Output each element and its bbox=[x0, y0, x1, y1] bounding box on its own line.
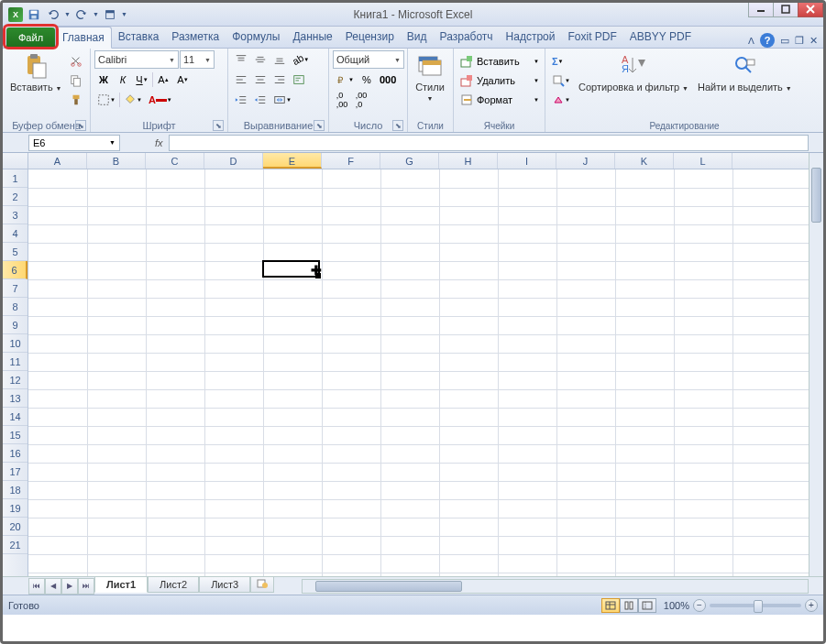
row-header[interactable]: 2 bbox=[3, 188, 28, 206]
column-header[interactable]: C bbox=[146, 153, 204, 169]
select-all-button[interactable] bbox=[3, 153, 28, 169]
ribbon-tab-главная[interactable]: Главная bbox=[55, 27, 112, 49]
grow-font-button[interactable]: A▴ bbox=[154, 71, 172, 89]
undo-dropdown[interactable]: ▼ bbox=[64, 11, 71, 17]
column-header[interactable]: I bbox=[498, 153, 556, 169]
horizontal-scrollbar[interactable] bbox=[302, 579, 809, 594]
ribbon-tab-разработч[interactable]: Разработч bbox=[434, 27, 500, 48]
row-header[interactable]: 20 bbox=[3, 518, 28, 536]
currency-button[interactable]: ₽▼ bbox=[333, 71, 357, 89]
number-format-combo[interactable]: Общий▼ bbox=[333, 50, 404, 69]
row-header[interactable]: 14 bbox=[3, 408, 28, 426]
decrease-indent-button[interactable] bbox=[232, 91, 250, 109]
save-button[interactable] bbox=[26, 6, 42, 23]
column-header[interactable]: G bbox=[380, 153, 439, 169]
column-header[interactable]: A bbox=[28, 153, 87, 169]
percent-button[interactable]: % bbox=[358, 71, 376, 89]
paste-button[interactable]: Вставить ▼ bbox=[6, 50, 65, 94]
font-name-combo[interactable]: Calibri▼ bbox=[94, 50, 179, 69]
formula-bar[interactable] bbox=[169, 135, 809, 151]
underline-button[interactable]: Ч▼ bbox=[133, 71, 151, 89]
minimize-button[interactable] bbox=[748, 1, 774, 17]
close-button[interactable] bbox=[798, 1, 823, 17]
help-button[interactable]: ? bbox=[760, 33, 775, 48]
ribbon-tab-формулы[interactable]: Формулы bbox=[226, 27, 286, 48]
name-box[interactable]: E6▼ bbox=[28, 135, 120, 151]
row-header[interactable]: 19 bbox=[3, 499, 28, 518]
borders-button[interactable]: ▼ bbox=[94, 91, 118, 109]
align-right-button[interactable] bbox=[270, 71, 289, 89]
maximize-button[interactable] bbox=[773, 1, 798, 17]
ribbon-tab-рецензир[interactable]: Рецензир bbox=[339, 27, 401, 48]
zoom-out-button[interactable]: − bbox=[693, 599, 706, 612]
align-center-button[interactable] bbox=[251, 71, 270, 89]
font-color-button[interactable]: A▼ bbox=[146, 91, 175, 109]
fill-button[interactable]: ▼ bbox=[549, 71, 573, 90]
workbook-close-icon[interactable]: ✕ bbox=[809, 35, 818, 47]
align-bottom-button[interactable] bbox=[270, 50, 289, 69]
align-middle-button[interactable] bbox=[251, 50, 270, 69]
redo-dropdown[interactable]: ▼ bbox=[93, 11, 99, 17]
ribbon-tab-вставка[interactable]: Вставка bbox=[112, 27, 166, 48]
column-header[interactable]: E bbox=[263, 153, 322, 169]
row-header[interactable]: 15 bbox=[3, 426, 28, 444]
decrease-decimal-button[interactable]: ,00,0 bbox=[352, 91, 370, 109]
clipboard-dialog-launcher[interactable]: ⬊ bbox=[75, 120, 86, 131]
align-left-button[interactable] bbox=[232, 71, 250, 89]
qat-more-dropdown[interactable]: ▼ bbox=[121, 11, 127, 17]
font-dialog-launcher[interactable]: ⬊ bbox=[213, 120, 224, 131]
undo-button[interactable] bbox=[45, 6, 61, 23]
column-header[interactable]: D bbox=[204, 153, 263, 169]
vertical-scroll-thumb[interactable] bbox=[811, 168, 821, 223]
copy-button[interactable] bbox=[67, 71, 85, 90]
format-painter-button[interactable] bbox=[67, 91, 85, 109]
row-header[interactable]: 6 bbox=[3, 261, 28, 279]
row-header[interactable]: 10 bbox=[3, 334, 28, 353]
increase-decimal-button[interactable]: ,0,00 bbox=[333, 91, 351, 109]
row-header[interactable]: 17 bbox=[3, 463, 28, 481]
sheet-last-button[interactable]: ⏭ bbox=[78, 578, 94, 595]
alignment-dialog-launcher[interactable]: ⬊ bbox=[314, 120, 325, 131]
italic-button[interactable]: К bbox=[114, 71, 132, 89]
ribbon-tab-abbyy pdf[interactable]: ABBYY PDF bbox=[623, 27, 698, 48]
row-header[interactable]: 13 bbox=[3, 389, 28, 408]
row-header[interactable]: 5 bbox=[3, 243, 28, 261]
zoom-in-button[interactable]: + bbox=[805, 599, 818, 612]
normal-view-button[interactable] bbox=[601, 598, 620, 613]
column-header[interactable]: H bbox=[439, 153, 498, 169]
sheet-first-button[interactable]: ⏮ bbox=[28, 578, 45, 595]
wrap-text-button[interactable] bbox=[290, 71, 308, 89]
horizontal-scroll-thumb[interactable] bbox=[315, 581, 462, 592]
row-header[interactable]: 21 bbox=[3, 536, 28, 554]
autosum-button[interactable]: Σ ▼ bbox=[549, 52, 573, 71]
insert-cells-button[interactable]: Вставить▼ bbox=[457, 52, 542, 71]
sheet-tab[interactable]: Лист3 bbox=[199, 577, 250, 593]
sheet-next-button[interactable]: ▶ bbox=[61, 578, 78, 595]
vertical-scrollbar[interactable] bbox=[809, 153, 823, 576]
row-header[interactable]: 11 bbox=[3, 353, 28, 371]
row-header[interactable]: 4 bbox=[3, 224, 28, 243]
row-header[interactable]: 9 bbox=[3, 316, 28, 334]
row-header[interactable]: 18 bbox=[3, 481, 28, 499]
workbook-restore-icon[interactable]: ❐ bbox=[795, 35, 804, 47]
sheet-tab[interactable]: Лист2 bbox=[148, 577, 199, 593]
file-tab[interactable]: Файл bbox=[6, 27, 55, 48]
find-select-button[interactable]: Найти и выделить ▼ bbox=[694, 50, 796, 94]
fx-icon[interactable]: fx bbox=[155, 137, 163, 148]
ribbon-tab-данные[interactable]: Данные bbox=[286, 27, 338, 48]
shrink-font-button[interactable]: A▾ bbox=[173, 71, 192, 89]
styles-button[interactable]: Стили▼ bbox=[412, 50, 448, 104]
column-header[interactable]: J bbox=[556, 153, 615, 169]
fill-color-button[interactable]: ▼ bbox=[121, 91, 145, 109]
align-top-button[interactable] bbox=[232, 50, 250, 69]
qat-customize-button[interactable] bbox=[102, 6, 118, 23]
merge-button[interactable]: ▼ bbox=[270, 91, 294, 109]
minimize-ribbon-button[interactable]: ᐱ bbox=[748, 36, 754, 46]
page-break-view-button[interactable] bbox=[638, 598, 656, 613]
increase-indent-button[interactable] bbox=[251, 91, 270, 109]
row-header[interactable]: 3 bbox=[3, 206, 28, 224]
redo-button[interactable] bbox=[73, 6, 90, 23]
ribbon-tab-foxit pdf[interactable]: Foxit PDF bbox=[562, 27, 623, 48]
sheet-prev-button[interactable]: ◀ bbox=[45, 578, 61, 595]
column-header[interactable]: L bbox=[674, 153, 732, 169]
